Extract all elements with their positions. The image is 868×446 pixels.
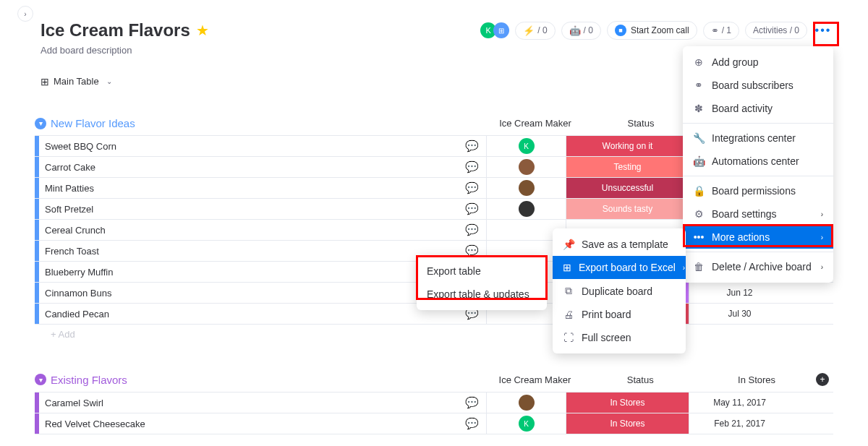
column-header-maker[interactable]: Ice Cream Maker <box>495 374 574 385</box>
menu-activity[interactable]: ✽Board activity <box>683 97 833 120</box>
print-icon: 🖨 <box>563 309 574 320</box>
activities-button[interactable]: Activities / 0 <box>745 22 807 39</box>
table-row[interactable]: Caramel Swirl💬In StoresMay 11, 2017 <box>35 392 833 413</box>
status-cell[interactable]: Sounds tasty <box>566 199 689 219</box>
status-cell[interactable]: In Stores <box>566 393 689 413</box>
pin-icon: 📌 <box>563 239 574 250</box>
maker-cell[interactable]: K <box>486 413 566 434</box>
menu-settings[interactable]: ⚙Board settings› <box>683 202 833 226</box>
chat-icon[interactable]: 💬 <box>465 202 479 215</box>
people-icon: ⚭ <box>711 25 719 36</box>
item-name-cell[interactable]: Mint Patties💬 <box>39 178 486 198</box>
table-row[interactable]: Red Velvet Cheesecake💬KIn StoresFeb 21, … <box>35 413 833 434</box>
item-name-cell[interactable]: Carrot Cake💬 <box>39 157 486 177</box>
avatar <box>519 159 535 175</box>
menu-integrations[interactable]: 🔧Integrations center <box>683 126 833 150</box>
group-title[interactable]: New Flavor Ideas <box>51 117 135 129</box>
menu-fullscreen[interactable]: ⛶Full screen <box>553 326 686 349</box>
video-icon: ■ <box>615 25 626 36</box>
column-header-date[interactable]: In Stores <box>706 374 807 385</box>
item-name-cell[interactable]: Sweet BBQ Corn💬 <box>39 136 486 156</box>
board-description[interactable]: Add board description <box>41 45 209 56</box>
menu-duplicate[interactable]: ⧉Duplicate board <box>553 279 686 303</box>
maker-cell[interactable] <box>486 393 566 413</box>
robot-icon: 🤖 <box>569 25 581 36</box>
avatar: K <box>519 138 535 154</box>
chevron-right-icon: › <box>821 233 823 241</box>
chevron-right-icon: › <box>821 263 823 271</box>
column-header-maker[interactable]: Ice Cream Maker <box>495 118 575 129</box>
pulse-icon: ✽ <box>693 103 705 114</box>
export-menu: Export table Export table & updates <box>417 255 547 310</box>
item-name-cell[interactable]: Cereal Crunch💬 <box>39 220 486 240</box>
chat-icon[interactable]: 💬 <box>465 140 479 153</box>
excel-icon: ⊞ <box>563 262 571 273</box>
maker-cell[interactable] <box>486 157 566 177</box>
menu-subscribers[interactable]: ⚭Board subscribers <box>683 74 833 97</box>
status-cell[interactable]: Unsuccessful <box>566 178 689 198</box>
star-icon[interactable]: ★ <box>196 22 209 39</box>
avatar <box>519 395 535 411</box>
lock-icon: 🔒 <box>693 185 705 197</box>
date-cell[interactable]: May 11, 2017 <box>689 393 790 413</box>
wrench-icon: 🔧 <box>693 132 705 144</box>
chat-icon[interactable]: 💬 <box>465 396 479 409</box>
chat-icon[interactable]: 💬 <box>465 160 479 173</box>
item-name-cell[interactable]: Red Velvet Cheesecake💬 <box>39 413 486 434</box>
trash-icon: 🗑 <box>693 261 705 273</box>
avatar <box>519 201 535 217</box>
maker-cell[interactable]: K <box>486 136 566 156</box>
menu-more-actions[interactable]: •••More actions› <box>683 226 833 249</box>
avatar: K <box>519 416 535 432</box>
zoom-call-button[interactable]: ■Start Zoom call <box>607 21 697 40</box>
column-header-status[interactable]: Status <box>579 374 702 385</box>
automations-button[interactable]: ⚡/ 0 <box>515 22 555 40</box>
chat-icon[interactable]: 💬 <box>465 223 479 236</box>
status-cell[interactable]: Working on it <box>566 136 689 156</box>
menu-save-template[interactable]: 📌Save as a template <box>553 233 686 256</box>
menu-print[interactable]: 🖨Print board <box>553 303 686 326</box>
dots-icon: ••• <box>693 231 705 243</box>
item-name-cell[interactable]: Soft Pretzel💬 <box>39 199 486 219</box>
menu-delete-archive[interactable]: 🗑Delete / Archive board› <box>683 255 833 278</box>
menu-automations[interactable]: 🤖Automations center <box>683 150 833 173</box>
group-existing-flavors: ▾ Existing Flavors Ice Cream Maker Statu… <box>35 370 833 434</box>
board-title[interactable]: Ice Cream Flavors <box>41 20 190 40</box>
maker-cell[interactable] <box>486 178 566 198</box>
date-cell[interactable]: Jun 12 <box>689 283 790 303</box>
menu-add-group[interactable]: ⊕Add group <box>683 51 833 74</box>
view-selector[interactable]: ⊞ Main Table ⌄ <box>41 76 112 87</box>
menu-export-table[interactable]: Export table <box>417 260 547 283</box>
maker-cell[interactable] <box>486 199 566 219</box>
add-column-button[interactable]: + <box>812 373 833 386</box>
avatar-icon: ⊞ <box>493 22 509 38</box>
expand-icon: ⛶ <box>563 332 574 343</box>
add-item-row[interactable]: + Add <box>35 325 833 344</box>
members-button[interactable]: ⚭/ 1 <box>703 22 739 40</box>
group-title[interactable]: Existing Flavors <box>51 374 127 386</box>
integrations-button[interactable]: 🤖/ 0 <box>561 22 601 40</box>
people-icon: ⚭ <box>693 80 705 91</box>
chevron-right-icon: › <box>683 264 685 272</box>
date-cell[interactable]: Jul 30 <box>689 304 790 324</box>
item-name-cell[interactable]: Caramel Swirl💬 <box>39 393 486 413</box>
bolt-icon: ⚡ <box>523 25 535 36</box>
more-menu-button[interactable]: ••• <box>813 20 833 40</box>
expand-sidebar-button[interactable]: › <box>17 6 33 22</box>
collapse-icon[interactable]: ▾ <box>35 118 46 129</box>
status-cell[interactable]: In Stores <box>566 413 689 434</box>
table-icon: ⊞ <box>41 76 49 87</box>
chat-icon[interactable]: 💬 <box>465 181 479 194</box>
menu-export-table-updates[interactable]: Export table & updates <box>417 283 547 306</box>
chat-icon[interactable]: 💬 <box>465 417 479 430</box>
status-cell[interactable]: Testing <box>566 157 689 177</box>
board-owners[interactable]: K ⊞ <box>480 22 509 38</box>
chevron-right-icon: › <box>821 210 823 218</box>
menu-export-excel[interactable]: ⊞Export board to Excel› <box>553 256 686 279</box>
chevron-down-icon: ⌄ <box>106 77 112 85</box>
menu-permissions[interactable]: 🔒Board permissions <box>683 179 833 202</box>
date-cell[interactable]: Feb 21, 2017 <box>689 413 790 434</box>
collapse-icon[interactable]: ▾ <box>35 374 46 385</box>
avatar <box>519 180 535 196</box>
board-menu: ⊕Add group ⚭Board subscribers ✽Board act… <box>683 46 833 283</box>
